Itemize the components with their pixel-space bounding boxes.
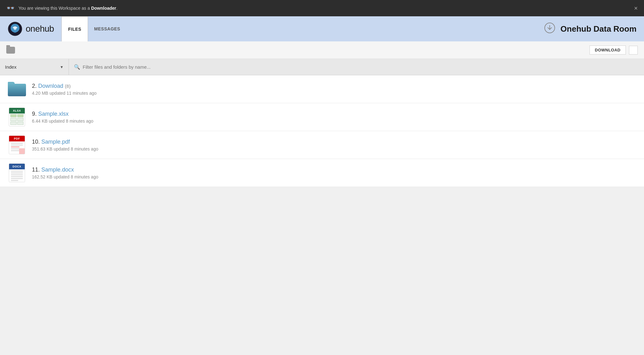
file-title: 10. Sample.pdf <box>32 139 98 145</box>
banner-suffix: . <box>116 6 117 11</box>
file-title: 9. Sample.xlsx <box>32 111 93 117</box>
file-updated-text: updated 8 minutes ago <box>54 174 98 179</box>
file-item[interactable]: PDF 10. Sample.pdf 351.63 KB updated 8 m… <box>0 131 644 159</box>
close-banner-button[interactable]: × <box>634 5 638 11</box>
file-number: 9. <box>32 111 37 117</box>
glasses-icon: 👓 <box>6 4 15 12</box>
file-title: 11. Sample.docx <box>32 167 98 173</box>
file-size: 162.52 KB <box>32 174 52 179</box>
file-info: 10. Sample.pdf 351.63 KB updated 8 minut… <box>32 139 98 151</box>
file-updated-text: updated 11 minutes ago <box>49 91 96 96</box>
banner-text: You are viewing this Workspace as a Down… <box>18 6 117 11</box>
docx-icon-area: DOCX <box>8 163 26 182</box>
file-item[interactable]: DOCX 11. Sample.docx 162.52 KB updated 8… <box>0 159 644 187</box>
download-button[interactable]: DOWNLOAD <box>589 45 626 55</box>
header-left: onehub FILES MESSAGES <box>8 16 127 41</box>
file-link[interactable]: Sample.docx <box>41 167 74 173</box>
file-title: 2. Download (8) <box>32 83 96 89</box>
nav-tabs: FILES MESSAGES <box>61 16 127 41</box>
pdf-icon-area: PDF <box>8 135 26 154</box>
file-number: 2. <box>32 83 37 89</box>
index-label: Index <box>5 64 17 70</box>
onehub-logo-icon <box>8 21 23 36</box>
file-meta: 4.20 MB updated 11 minutes ago <box>32 91 96 96</box>
svg-point-1 <box>14 28 16 30</box>
file-meta: 162.52 KB updated 8 minutes ago <box>32 174 98 179</box>
folder-icon-area <box>8 80 26 98</box>
file-number: 11. <box>32 167 40 173</box>
file-updated-text: updated 8 minutes ago <box>54 146 98 151</box>
file-size: 6.44 KB <box>32 119 48 124</box>
file-meta: 351.63 KB updated 8 minutes ago <box>32 146 98 151</box>
logo-text: onehub <box>26 24 54 34</box>
pdf-icon: PDF <box>9 135 25 154</box>
file-link[interactable]: Download <box>38 83 63 89</box>
file-item[interactable]: 2. Download (8) 4.20 MB updated 11 minut… <box>0 75 644 103</box>
file-size: 4.20 MB <box>32 91 48 96</box>
toolbar: DOWNLOAD <box>0 41 644 59</box>
select-all-checkbox[interactable] <box>629 46 638 55</box>
file-item[interactable]: XLSX 9. Sample.xlsx 6.44 KB updated 8 mi… <box>0 103 644 131</box>
banner-role: Downloader <box>91 6 116 11</box>
file-count: (8) <box>65 83 70 89</box>
xlsx-icon: XLSX <box>9 108 25 126</box>
file-size: 351.63 KB <box>32 146 52 151</box>
download-workspace-icon[interactable] <box>544 22 555 36</box>
tab-messages[interactable]: MESSAGES <box>88 16 127 41</box>
banner-prefix: You are viewing this Workspace as a <box>18 6 91 11</box>
file-meta: 6.44 KB updated 8 minutes ago <box>32 119 93 124</box>
filter-input-area: 🔍 <box>69 64 644 70</box>
header-right: Onehub Data Room <box>544 22 636 36</box>
file-info: 2. Download (8) 4.20 MB updated 11 minut… <box>32 83 96 96</box>
filter-input[interactable] <box>83 64 639 70</box>
workspace-title: Onehub Data Room <box>560 24 636 34</box>
logo-area: onehub <box>8 21 54 36</box>
top-banner: 👓 You are viewing this Workspace as a Do… <box>0 0 644 16</box>
file-updated-text: updated 8 minutes ago <box>49 119 93 124</box>
header: onehub FILES MESSAGES Onehub Data Room <box>0 16 644 41</box>
filter-bar: Index ▼ 🔍 <box>0 59 644 75</box>
xlsx-icon-area: XLSX <box>8 108 26 126</box>
file-info: 11. Sample.docx 162.52 KB updated 8 minu… <box>32 167 98 179</box>
file-info: 9. Sample.xlsx 6.44 KB updated 8 minutes… <box>32 111 93 124</box>
folder-icon <box>8 82 26 96</box>
file-link[interactable]: Sample.xlsx <box>38 111 69 117</box>
docx-icon: DOCX <box>9 163 25 182</box>
tab-files[interactable]: FILES <box>61 16 88 41</box>
search-icon: 🔍 <box>74 64 80 70</box>
index-dropdown[interactable]: Index ▼ <box>0 59 69 75</box>
current-folder-icon <box>6 47 15 54</box>
file-link[interactable]: Sample.pdf <box>41 139 70 145</box>
file-number: 10. <box>32 139 40 145</box>
banner-content: 👓 You are viewing this Workspace as a Do… <box>6 4 117 12</box>
toolbar-right: DOWNLOAD <box>589 45 638 55</box>
chevron-down-icon: ▼ <box>60 65 64 69</box>
file-list: 2. Download (8) 4.20 MB updated 11 minut… <box>0 75 644 187</box>
